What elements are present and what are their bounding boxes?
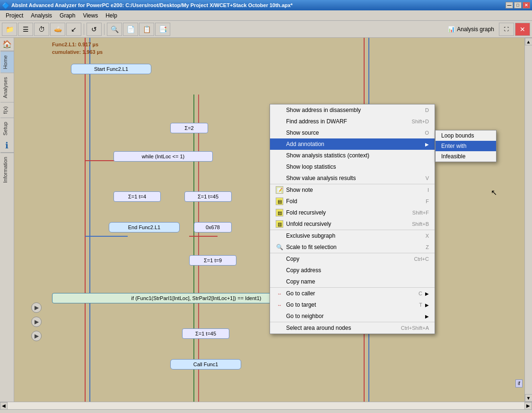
analysis-graph-icon: 📊	[448, 26, 455, 33]
node-end[interactable]: End Func2.L1	[109, 222, 180, 232]
ctx-goto-caller[interactable]: ↔ Go to caller C ▶	[270, 287, 435, 299]
ctx-copy-address[interactable]: Copy address	[270, 265, 435, 276]
ctx-show-stats-label: Show analysis statistics (context)	[286, 152, 369, 159]
info-label2: cumulative: 1.963 µs	[52, 49, 103, 55]
node-sum3[interactable]: Σ=1 t=45	[184, 191, 232, 202]
ctx-scale-shortcut: Z	[426, 244, 429, 250]
node-sum1[interactable]: Σ=2	[170, 123, 208, 133]
submenu[interactable]: Loop bounds Enter with Infeasible	[435, 130, 497, 162]
toolbar-refresh-btn[interactable]: ↺	[87, 23, 102, 36]
ctx-copy-name-label: Copy name	[286, 278, 315, 285]
analysis-graph-text: Analysis graph	[457, 26, 494, 33]
scroll-down-btn[interactable]: ▼	[525, 394, 532, 402]
node-sum4[interactable]: Σ=1 t=9	[189, 255, 236, 266]
node-sum5[interactable]: Σ=1 t=45	[182, 328, 229, 339]
menu-project[interactable]: Project	[2, 11, 27, 20]
ctx-copy-name[interactable]: Copy name	[270, 276, 435, 287]
ctx-show-note[interactable]: 📝 Show note I	[270, 184, 435, 196]
submenu-enter-with[interactable]: Enter with	[436, 141, 496, 151]
ctx-scale[interactable]: 🔍 Scale to fit selection Z	[270, 241, 435, 253]
right-scrollbar[interactable]: ▲ ▼	[524, 38, 532, 402]
node-while[interactable]: while (IntLoc <= 1)	[113, 151, 213, 162]
ctx-show-value[interactable]: Show value analysis results V	[270, 172, 435, 184]
submenu-loop-bounds[interactable]: Loop bounds	[436, 130, 496, 141]
ctx-show-stats[interactable]: Show analysis statistics (context)	[270, 150, 435, 161]
context-menu[interactable]: Show address in disassembly D Find addre…	[270, 104, 435, 334]
ctx-show-loop-stats[interactable]: Show loop statistics	[270, 161, 435, 172]
ctx-show-source-icon	[276, 129, 283, 137]
ctx-copy-address-icon	[276, 267, 283, 274]
ctx-unfold-recursively-icon: ▥	[276, 220, 283, 228]
ctx-find-address[interactable]: Find address in DWARF Shift+D	[270, 116, 435, 127]
scroll-left-btn[interactable]: ◀	[0, 402, 8, 410]
status-bar: ▶ ▲ Messages ▲ Memory usage	[0, 409, 532, 413]
ctx-fold-recursively-icon: ▤	[276, 209, 283, 216]
ctx-add-annotation[interactable]: Add annotation ▶	[270, 138, 435, 150]
app-title: AbsInt Advanced Analyzer for PowerPC e20…	[11, 2, 293, 8]
ctx-unfold-recursively-label: Unfold recursively	[286, 221, 331, 227]
play-button[interactable]: ▶	[3, 412, 10, 413]
ctx-show-stats-icon	[276, 152, 283, 159]
close-button[interactable]: ✕	[523, 2, 530, 9]
ctx-copy[interactable]: Copy Ctrl+C	[270, 253, 435, 265]
sidebar-tab-analyses[interactable]: Analyses	[0, 73, 14, 102]
toolbar-sep1	[84, 24, 84, 35]
ctx-show-address-icon	[276, 106, 283, 114]
ctx-unfold-recursively[interactable]: ▥ Unfold recursively Shift+B	[270, 218, 435, 230]
ctx-goto-neighbor[interactable]: Go to neighbor ▶	[270, 310, 435, 322]
toolbar-page-btn[interactable]: 📄	[123, 23, 138, 36]
menu-analysis[interactable]: Analysis	[27, 11, 56, 20]
nav-circle3[interactable]: ▶	[31, 331, 42, 341]
ctx-exclusive-shortcut: X	[426, 233, 429, 239]
ctx-copy-label: Copy	[286, 256, 299, 262]
toolbar-list-btn[interactable]: ☰	[18, 23, 33, 36]
ctx-show-value-label: Show value analysis results	[286, 175, 356, 181]
sidebar-tab-fx[interactable]: f(x)	[0, 102, 14, 118]
maximize-button[interactable]: □	[514, 2, 522, 9]
ctx-goto-neighbor-label: Go to neighbor	[286, 313, 323, 319]
toolbar-close-btn[interactable]: ✕	[515, 23, 530, 36]
toolbar-open-btn[interactable]: 📁	[2, 23, 17, 36]
sidebar-tab-information[interactable]: Information	[0, 153, 14, 187]
toolbar-arrow-btn[interactable]: ↙	[66, 23, 81, 36]
ctx-exclusive[interactable]: Exclusive subgraph X	[270, 230, 435, 241]
ctx-copy-name-icon	[276, 278, 283, 285]
menu-help[interactable]: Help	[102, 11, 121, 20]
scroll-right-btn[interactable]: ▶	[524, 402, 532, 410]
bottom-scrollbar[interactable]: ◀ ▶	[0, 402, 532, 409]
toolbar-settings-btn[interactable]: ⏱	[34, 23, 49, 36]
toolbar-chart-btn[interactable]: 🥧	[50, 23, 65, 36]
scroll-up-btn[interactable]: ▲	[525, 38, 532, 45]
title-bar-controls: — □ ✕	[506, 2, 530, 9]
ctx-goto-caller-arrow: ▶	[425, 291, 429, 296]
sidebar-tab-home[interactable]: Home	[0, 51, 14, 73]
sidebar-home-icon[interactable]: 🏠	[0, 38, 14, 51]
toolbar-page3-btn[interactable]: 📑	[155, 23, 170, 36]
toolbar-page2-btn[interactable]: 📋	[139, 23, 154, 36]
ctx-show-note-icon: 📝	[276, 186, 283, 194]
nav-circle1[interactable]: ▶	[31, 302, 42, 313]
menu-views[interactable]: Views	[79, 11, 102, 20]
graph-area[interactable]: Func2.L1: 0.917 µs cumulative: 1.963 µs …	[14, 38, 524, 402]
ctx-fold-recursively[interactable]: ▤ Fold recursively Shift+F	[270, 207, 435, 218]
node-addr[interactable]: 0x678	[194, 222, 232, 232]
ctx-show-source[interactable]: Show source O	[270, 127, 435, 138]
ctx-show-address[interactable]: Show address in disassembly D	[270, 104, 435, 116]
ctx-goto-target[interactable]: ↔ Go to target T ▶	[270, 299, 435, 310]
menu-graph[interactable]: Graph	[56, 11, 79, 20]
submenu-infeasible[interactable]: Infeasible	[436, 151, 496, 162]
sidebar-info-icon[interactable]: ℹ	[0, 139, 14, 153]
nav-circle2[interactable]: ▶	[31, 317, 42, 327]
ctx-goto-neighbor-arrow: ▶	[425, 314, 429, 319]
ctx-show-source-shortcut: O	[425, 130, 429, 136]
scroll-track-h[interactable]	[8, 402, 524, 409]
minimize-button[interactable]: —	[506, 2, 513, 9]
sidebar-tab-setup[interactable]: Setup	[0, 118, 14, 139]
toolbar-expand-btn[interactable]: ⛶	[499, 23, 514, 36]
toolbar-zoom-btn[interactable]: 🔍	[107, 23, 122, 36]
node-start[interactable]: Start Func2.L1	[71, 64, 151, 74]
ctx-select-area[interactable]: Select area around nodes Ctrl+Shift+A	[270, 322, 435, 334]
node-sum2[interactable]: Σ=1 t=4	[113, 191, 161, 202]
node-call[interactable]: Call Func1	[170, 359, 241, 370]
ctx-fold[interactable]: ▤ Fold F	[270, 196, 435, 207]
